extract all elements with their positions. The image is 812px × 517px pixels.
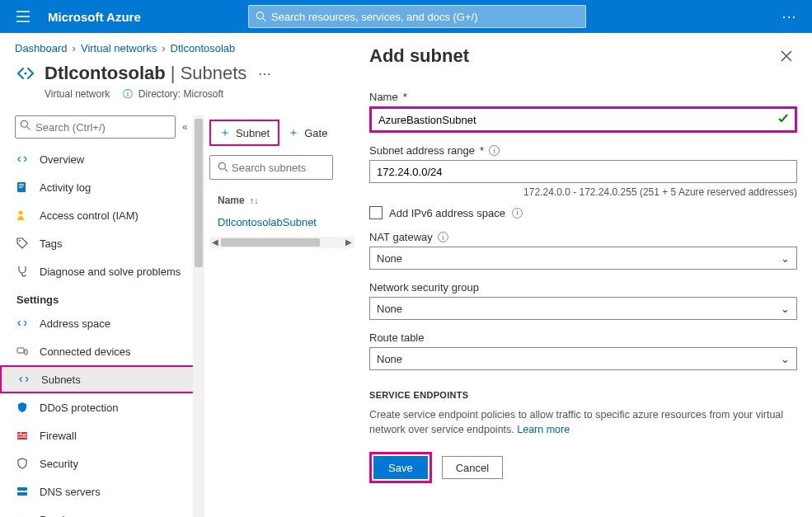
sidenav-item-overview[interactable]: Overview [0,145,204,173]
hscrollbar[interactable]: ◀ ▶ [209,237,354,248]
collapse-sidenav-button[interactable]: « [182,121,188,133]
hamburger-menu[interactable] [7,11,40,22]
svg-point-9 [19,211,23,215]
add-subnet-button[interactable]: ＋ Subnet [209,120,279,146]
button-label: Gate [304,127,327,139]
subnet-toolbar: ＋ Subnet ＋ Gate [204,115,354,150]
info-icon: ⓘ [123,88,133,100]
sidenav-item-security[interactable]: Security [0,449,204,477]
info-icon[interactable]: i [438,232,448,242]
left-column: Dashboard › Virtual networks › Dtlcontos… [0,33,354,517]
vnet-icon [18,374,33,385]
subnet-address-input[interactable] [369,160,797,183]
sidenav-item-peerings[interactable]: Peerings [0,505,204,517]
scrollbar-thumb[interactable] [221,238,320,247]
search-icon [256,11,266,22]
button-label: Subnet [236,127,270,139]
topbar-more-button[interactable]: ⋯ [772,7,805,26]
vnet-icon [15,63,36,84]
svg-rect-18 [17,487,27,491]
sort-icon: ↑↓ [250,195,259,205]
add-subnet-blade: Add subnet Name* Subnet address range* [354,33,812,517]
peerings-icon [16,514,31,517]
name-field-label: Name* [369,91,797,103]
security-icon [16,458,31,469]
vnet-icon [16,153,31,165]
sidenav-search-input[interactable] [15,115,176,139]
valid-check-icon [777,113,789,125]
page-title: Dtlcontosolab | Subnets [45,63,246,84]
tag-icon [16,237,31,249]
devices-icon [16,345,31,357]
log-icon [16,181,31,193]
ipv6-checkbox[interactable] [369,206,383,219]
global-search[interactable] [248,5,586,28]
svg-rect-12 [25,350,27,355]
breadcrumb-vnets[interactable]: Virtual networks [81,42,157,54]
brand-label: Microsoft Azure [48,10,141,24]
table-header[interactable]: Name ↑↓ [204,180,354,211]
sidenav-item-tags[interactable]: Tags [0,229,204,257]
svg-point-20 [218,162,225,169]
svg-point-10 [19,240,21,242]
sidenav-item-subnets[interactable]: Subnets [0,365,204,393]
sidenav-item-firewall[interactable]: Firewall [0,421,204,449]
save-button-highlight: Save [369,452,432,483]
sidenav-item-label: Access control (IAM) [40,209,138,222]
nsg-dropdown[interactable]: None ⌄ [369,297,797,320]
cancel-button[interactable]: Cancel [442,456,503,479]
dropdown-value: None [377,252,402,265]
sidenav-scrollbar[interactable] [193,115,204,517]
sidenav: « Overview Activity log Access control (… [0,115,204,517]
sidenav-item-dns[interactable]: DNS servers [0,477,204,505]
breadcrumb: Dashboard › Virtual networks › Dtlcontos… [0,33,354,58]
subnet-name-input[interactable] [371,108,796,131]
svg-rect-7 [19,186,24,186]
ipv6-checkbox-row[interactable]: Add IPv6 address space i [369,206,797,219]
add-gateway-subnet-button[interactable]: ＋ Gate [279,120,336,146]
sidenav-item-ddos[interactable]: DDoS protection [0,393,204,421]
sidenav-item-connected-devices[interactable]: Connected devices [0,337,204,365]
sidenav-item-address-space[interactable]: Address space [0,309,204,337]
svg-line-21 [225,169,228,172]
sidenav-item-label: Peerings [40,514,82,518]
sidenav-item-iam[interactable]: Access control (IAM) [0,201,204,229]
sidenav-item-label: Address space [40,317,110,330]
page-more-button[interactable]: ⋯ [258,66,271,82]
breadcrumb-resource[interactable]: Dtlcontosolab [171,42,236,54]
search-icon [20,120,31,130]
sidenav-item-label: DDoS protection [40,402,118,414]
diagnose-icon [16,266,31,277]
scroll-left-icon[interactable]: ◀ [209,237,221,248]
nat-gateway-dropdown[interactable]: None ⌄ [369,247,797,270]
ipv6-label: Add IPv6 address space [389,207,505,219]
save-button[interactable]: Save [373,456,428,479]
info-icon[interactable]: i [512,208,523,219]
close-blade-button[interactable] [776,45,797,67]
dropdown-value: None [377,303,402,315]
sidenav-item-label: Security [40,458,78,470]
table-row[interactable]: DtlcontosolabSubnet [204,211,354,235]
scrollbar-thumb[interactable] [195,119,203,267]
global-search-input[interactable] [271,11,579,23]
nat-field-label: NAT gateway i [369,231,797,243]
route-field-label: Route table [369,331,797,344]
learn-more-link[interactable]: Learn more [517,424,570,435]
scroll-right-icon[interactable]: ▶ [343,237,354,248]
iam-icon [16,209,31,221]
chevron-down-icon: ⌄ [781,252,790,265]
service-endpoints-heading: SERVICE ENDPOINTS [369,390,797,400]
breadcrumb-dashboard[interactable]: Dashboard [15,42,68,54]
sidenav-item-activity-log[interactable]: Activity log [0,173,204,201]
subnet-link[interactable]: DtlcontosolabSubnet [218,216,317,228]
blade-title: Add subnet [369,45,469,67]
svg-rect-11 [17,348,24,353]
sidenav-item-label: Connected devices [40,345,131,358]
sidenav-group-settings: Settings [0,285,204,309]
sidenav-item-label: Overview [40,153,84,166]
info-icon[interactable]: i [489,145,500,156]
sidenav-item-label: Diagnose and solve problems [40,266,181,278]
route-table-dropdown[interactable]: None ⌄ [369,347,797,370]
sidenav-item-diagnose[interactable]: Diagnose and solve problems [0,257,204,285]
chevron-down-icon: ⌄ [781,353,790,365]
